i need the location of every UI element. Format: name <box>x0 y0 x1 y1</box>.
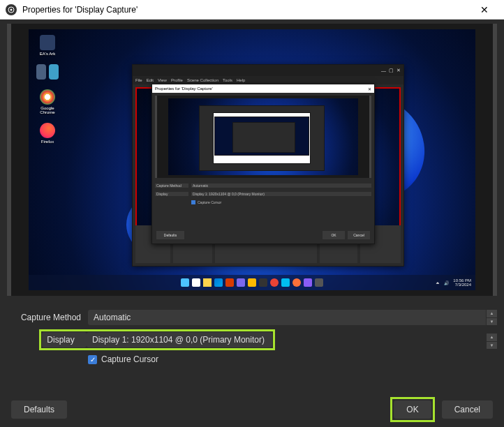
dialog-footer: Defaults OK Cancel <box>0 392 504 427</box>
defaults-button[interactable]: Defaults <box>11 400 67 419</box>
stepper-icon[interactable]: ▲▼ <box>486 334 497 349</box>
svg-point-1 <box>10 8 13 10</box>
nested-properties-dialog: Properties for 'Display Capture' ✕ Captu… <box>151 84 375 244</box>
capture-method-value: Automatic <box>94 313 131 322</box>
desktop-icon: Firefox <box>36 123 59 144</box>
obs-icon <box>6 4 17 15</box>
preview-pane: EA's Ark Google Chrome Firefox — <box>7 24 497 296</box>
close-button[interactable]: ✕ <box>470 4 498 15</box>
window-titlebar: Properties for 'Display Capture' ✕ <box>0 0 504 20</box>
capture-method-label: Capture Method <box>7 313 88 322</box>
cancel-button[interactable]: Cancel <box>442 400 493 419</box>
desktop-icon <box>36 64 59 81</box>
capture-cursor-label: Capture Cursor <box>101 354 158 364</box>
ok-button-highlight: OK <box>390 397 434 422</box>
capture-cursor-checkbox[interactable]: ✓ <box>88 355 97 364</box>
capture-method-select[interactable]: Automatic ▲▼ <box>88 310 497 325</box>
properties-form: Capture Method Automatic ▲▼ Display Disp… <box>7 304 497 364</box>
taskbar: ⏶ 🔊 10:56 PM 7/3/2024 <box>29 275 475 290</box>
stepper-icon[interactable]: ▲▼ <box>486 310 497 325</box>
window-title: Properties for 'Display Capture' <box>22 5 470 15</box>
desktop-icon: Google Chrome <box>36 89 59 114</box>
captured-desktop: EA's Ark Google Chrome Firefox — <box>29 29 475 290</box>
desktop-icons: EA's Ark Google Chrome Firefox <box>36 35 59 144</box>
ok-button[interactable]: OK <box>394 400 431 419</box>
desktop-icon: EA's Ark <box>36 35 59 56</box>
